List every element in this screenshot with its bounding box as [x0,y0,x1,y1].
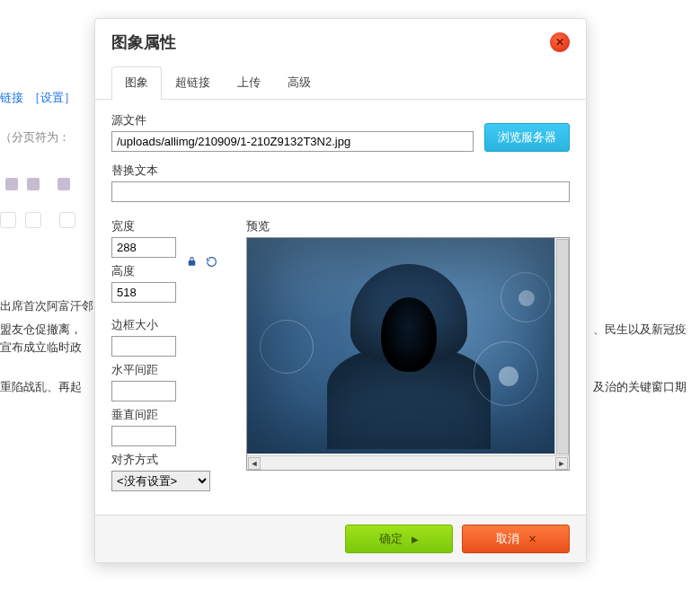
bg-link-text[interactable]: 链接 [0,90,23,106]
bg-paginator-label: （分页符为： [0,129,70,146]
close-icon: ✕ [555,36,564,49]
dialog-footer: 确定 ▶ 取消 ✕ [95,515,586,562]
browse-server-button[interactable]: 浏览服务器 [484,123,570,152]
label-hspace: 水平间距 [111,362,230,378]
preview-column: 预览 [246,218,570,491]
tab-image[interactable]: 图象 [111,66,162,100]
preview-viewport[interactable] [247,238,569,455]
label-vspace: 垂直间距 [111,407,230,423]
chevron-right-icon: ▶ [412,534,419,544]
image-properties-dialog: 图象属性 ✕ 图象 超链接 上传 高级 源文件 浏览服务器 替换文本 [94,18,587,563]
toolbar-icon[interactable] [27,178,40,190]
close-icon: ✕ [528,534,536,545]
preview-vertical-scrollbar[interactable] [554,238,569,455]
bg-toolbar-row-2 [0,212,75,228]
align-select[interactable]: <没有设置> [111,471,210,491]
preview-horizontal-scrollbar[interactable]: ◄ ► [247,455,569,470]
reset-size-icon[interactable] [205,255,217,268]
bg-content-right: 、民生以及新冠疫 [593,322,687,338]
cancel-button-label: 取消 [496,531,519,547]
dialog-header: 图象属性 ✕ [95,19,586,53]
label-source: 源文件 [111,112,474,128]
bg-content-line: 出席首次阿富汗邻 [0,298,93,314]
tab-link[interactable]: 超链接 [162,66,224,100]
toolbar-icon[interactable] [59,212,75,228]
label-width: 宽度 [111,218,176,234]
close-button[interactable]: ✕ [550,32,570,52]
height-input[interactable] [111,282,176,303]
label-border: 边框大小 [111,317,230,333]
ok-button-label: 确定 [379,531,403,547]
dialog-body: 源文件 浏览服务器 替换文本 宽度 高度 [95,99,586,515]
label-height: 高度 [111,263,176,279]
toolbar-icon[interactable] [25,212,41,228]
border-input[interactable] [111,336,176,357]
toolbar-icon[interactable] [58,178,70,190]
hspace-input[interactable] [111,381,176,401]
bg-content-line: 盟友仓促撤离， [0,322,82,338]
preview-box: ◄ ► [246,237,570,471]
toolbar-icon[interactable] [5,178,18,190]
cancel-button[interactable]: 取消 ✕ [462,525,570,553]
preview-image [247,238,569,454]
source-url-input[interactable] [111,131,474,152]
scroll-left-icon[interactable]: ◄ [248,457,261,470]
scrollbar-thumb[interactable] [556,239,569,454]
alt-text-input[interactable] [111,181,570,202]
vspace-input[interactable] [111,426,176,446]
label-preview: 预览 [246,218,570,234]
toolbar-icon[interactable] [0,212,16,228]
lock-ratio-icon[interactable] [185,255,198,268]
bg-content-line: 宣布成立临时政 [0,340,82,356]
bg-settings-link[interactable]: ［设置］ [29,90,75,106]
tab-upload[interactable]: 上传 [224,66,274,100]
ok-button[interactable]: 确定 ▶ [345,525,453,553]
dialog-tabs: 图象 超链接 上传 高级 [111,66,570,99]
tab-advanced[interactable]: 高级 [274,66,324,100]
label-align: 对齐方式 [111,452,230,468]
bg-content-right: 及治的关键窗口期 [593,379,687,395]
label-alt-text: 替换文本 [111,163,570,179]
scroll-right-icon[interactable]: ► [555,457,568,470]
dialog-title: 图象属性 [111,31,176,53]
dimensions-column: 宽度 高度 [111,218,230,491]
bg-toolbar-row-1 [5,178,70,190]
bg-content-line: 重陷战乱、再起 [0,379,82,395]
width-input[interactable] [111,237,176,258]
